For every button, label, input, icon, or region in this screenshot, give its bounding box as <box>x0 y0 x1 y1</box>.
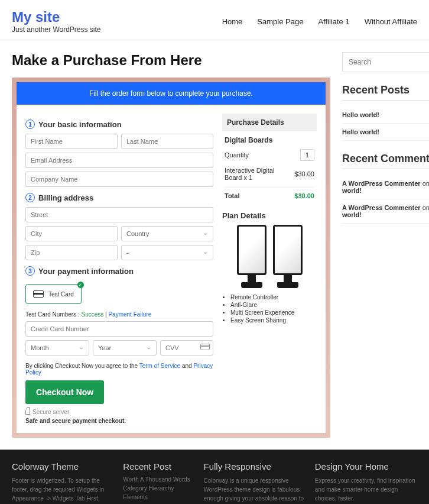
recent-post-item[interactable]: Hello world! <box>342 106 429 124</box>
quantity-label: Quantity <box>225 151 249 159</box>
purchase-details-header: Purchase Details <box>222 114 317 131</box>
section-payment: 3 Your payment information <box>25 266 213 276</box>
comment-author-link[interactable]: A WordPress Commenter <box>342 180 421 187</box>
nav-sample-page[interactable]: Sample Page <box>257 17 303 26</box>
nav-without-affiliate[interactable]: Without Affiliate <box>365 17 417 26</box>
feature-item: Easy Screen Sharing <box>230 317 317 324</box>
line-item: Interactive Digital Board x 1 <box>225 167 281 181</box>
search-input[interactable] <box>349 58 429 66</box>
recent-comment-item: A WordPress Commenter on Hello world! <box>342 175 429 199</box>
section-3-title: Your payment information <box>38 267 134 276</box>
failure-link[interactable]: Payment Failure <box>108 311 151 318</box>
credit-card-icon <box>33 290 44 298</box>
features-list: Remote Controller Anti-Glare Multi Scree… <box>222 294 317 324</box>
feature-item: Remote Controller <box>230 294 317 301</box>
quantity-input[interactable]: 1 <box>300 149 314 161</box>
total-label: Total <box>225 192 239 199</box>
feature-item: Anti-Glare <box>230 302 317 308</box>
first-name-input[interactable] <box>25 134 118 149</box>
plan-details-title: Plan Details <box>222 211 317 220</box>
tos-link[interactable]: Term of Service <box>139 363 180 369</box>
street-input[interactable] <box>25 207 213 222</box>
safe-checkout-text: Safe and secure payment checkout. <box>25 418 213 424</box>
page-title: Make a Purchase From Here <box>12 52 330 69</box>
section-billing: 2 Billing address <box>25 193 213 202</box>
recent-post-item[interactable]: Hello world! <box>342 124 429 141</box>
step-2-icon: 2 <box>25 193 35 202</box>
footer-col4-text: Express your creativity, find inspiratio… <box>315 476 417 503</box>
test-card-label: Test Card <box>48 291 74 298</box>
step-1-icon: 1 <box>25 119 35 129</box>
comment-author-link[interactable]: A WordPress Commenter <box>342 204 421 211</box>
nav-home[interactable]: Home <box>222 17 243 26</box>
total-value: $30.00 <box>294 192 314 199</box>
success-link[interactable]: Success <box>81 311 103 318</box>
footer-col2-title: Recent Post <box>123 461 194 471</box>
email-input[interactable] <box>25 153 213 168</box>
footer-post-link[interactable]: Worth A Thousand Words <box>123 476 194 483</box>
zip-input[interactable] <box>25 245 118 260</box>
section-1-title: Your basic information <box>38 120 122 129</box>
header: My site Just another WordPress site Home… <box>0 0 429 40</box>
footer: Colorway Theme Footer is widgetized. To … <box>0 450 429 504</box>
checkout-button[interactable]: Checkout Now <box>25 380 104 404</box>
cvv-card-icon <box>200 344 210 350</box>
month-select[interactable]: Month <box>25 340 89 356</box>
search-box: 🔍 <box>342 52 429 72</box>
checkout-form-wrapper: Fill the order form below to complete yo… <box>12 77 330 438</box>
last-name-input[interactable] <box>121 134 213 149</box>
test-card-note: Test Card Numbers : Success | Payment Fa… <box>25 311 213 318</box>
section-basic-info: 1 Your basic information <box>25 119 213 129</box>
nav-affiliate-1[interactable]: Affiliate 1 <box>318 17 349 26</box>
tagline: Just another WordPress site <box>12 25 101 34</box>
footer-col1-title: Colorway Theme <box>12 461 114 471</box>
main-nav: Home Sample Page Affiliate 1 Without Aff… <box>222 17 417 26</box>
country-select[interactable]: Country <box>121 226 213 241</box>
footer-post-link[interactable]: Category Hierarchy <box>123 485 194 492</box>
card-number-input[interactable] <box>25 321 213 337</box>
year-select[interactable]: Year <box>93 340 157 356</box>
product-image <box>222 225 317 288</box>
line-price: $30.00 <box>294 170 314 177</box>
product-name: Digital Boards <box>225 136 314 144</box>
test-card-badge[interactable]: Test Card <box>25 284 82 304</box>
footer-col4-title: Design Your Home <box>315 461 417 471</box>
site-title[interactable]: My site <box>12 9 101 25</box>
lock-icon <box>25 410 30 415</box>
city-input[interactable] <box>25 226 118 241</box>
company-input[interactable] <box>25 172 213 187</box>
footer-col3-text: Colorway is a unique responsive WordPres… <box>204 476 306 504</box>
form-banner: Fill the order form below to complete yo… <box>17 82 326 105</box>
recent-comments-title: Recent Comments <box>342 153 429 169</box>
step-3-icon: 3 <box>25 266 35 276</box>
recent-posts-title: Recent Posts <box>342 84 429 101</box>
recent-comment-item: A WordPress Commenter on Hello world! <box>342 199 429 224</box>
footer-post-link[interactable]: Elements <box>123 494 194 500</box>
footer-col1-text: Footer is widgetized. To setup the foote… <box>12 476 114 504</box>
section-2-title: Billing address <box>38 193 93 202</box>
footer-col3-title: Fully Responsive <box>204 461 306 471</box>
agreement-text: By clicking Checkout Now you agree to th… <box>25 363 213 376</box>
secure-server: Secure server <box>25 409 213 415</box>
feature-item: Multi Screen Experience <box>230 309 317 316</box>
state-select[interactable]: - <box>121 245 213 260</box>
